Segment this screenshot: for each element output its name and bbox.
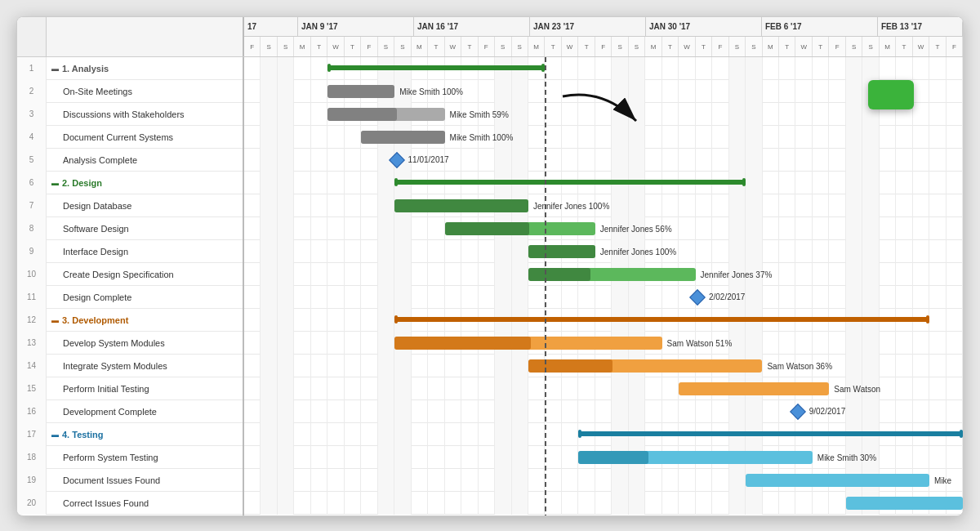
row-number: 11 bbox=[17, 286, 47, 309]
timeline-cell bbox=[361, 446, 377, 469]
day-cell: S bbox=[612, 37, 628, 56]
timeline-cell bbox=[612, 57, 628, 80]
timeline-cell bbox=[896, 240, 912, 263]
task-bar: Jennifer Jones 100% bbox=[394, 199, 528, 212]
timeline-cell bbox=[779, 217, 795, 240]
row-number: 15 bbox=[17, 377, 47, 400]
timeline-cell bbox=[612, 492, 628, 515]
timeline-cell bbox=[311, 446, 327, 469]
timeline-cell bbox=[578, 400, 595, 423]
timeline-cell bbox=[712, 217, 728, 240]
timeline-cell bbox=[445, 377, 461, 400]
cta-button[interactable] bbox=[868, 80, 914, 109]
timeline-cell bbox=[862, 57, 879, 80]
row-task-name: Design Database bbox=[47, 194, 243, 217]
timeline-cell bbox=[795, 126, 812, 149]
timeline-cell bbox=[763, 194, 779, 217]
timeline-cell bbox=[929, 194, 946, 217]
timeline-cell bbox=[696, 126, 712, 149]
row-task-name: Interface Design bbox=[47, 240, 243, 263]
task-row: 9Interface Design bbox=[17, 240, 243, 263]
group-expand-icon[interactable]: ▬ bbox=[51, 431, 59, 439]
timeline-cell bbox=[645, 469, 662, 492]
timeline-cell bbox=[696, 469, 712, 492]
row-number: 4 bbox=[17, 126, 47, 149]
timeline-cell bbox=[562, 423, 578, 446]
timeline-cell bbox=[846, 172, 862, 194]
timeline-cell bbox=[394, 400, 411, 423]
timeline-cell bbox=[846, 240, 862, 263]
timeline-cell bbox=[862, 172, 879, 194]
timeline-cell bbox=[495, 423, 511, 446]
group-expand-icon[interactable]: ▬ bbox=[51, 65, 59, 73]
timeline-cell bbox=[361, 400, 377, 423]
timeline-cell bbox=[545, 400, 561, 423]
timeline-cell bbox=[779, 80, 795, 103]
timeline-cell bbox=[862, 126, 879, 149]
timeline-cell bbox=[512, 423, 528, 446]
timeline-cell bbox=[261, 240, 277, 263]
timeline-cell bbox=[679, 103, 695, 126]
timeline-cell bbox=[244, 103, 261, 126]
timeline-cell bbox=[947, 57, 963, 80]
day-cell: W bbox=[327, 37, 344, 56]
timeline-cell bbox=[244, 80, 261, 103]
timeline-cell bbox=[428, 492, 444, 515]
row-task-name: ▬3. Development bbox=[47, 309, 243, 332]
day-cell: S bbox=[278, 37, 294, 56]
timeline-cell bbox=[612, 377, 628, 400]
timeline-cell bbox=[361, 240, 377, 263]
timeline-cell bbox=[545, 149, 561, 172]
task-row: 7Design Database bbox=[17, 194, 243, 217]
bar-fill bbox=[361, 131, 444, 144]
timeline-cell bbox=[729, 400, 746, 423]
timeline-cell bbox=[244, 149, 261, 172]
timeline-cell bbox=[394, 355, 411, 377]
col-all-header bbox=[17, 17, 47, 56]
timeline-cell bbox=[394, 423, 411, 446]
timeline-cell bbox=[929, 377, 946, 400]
timeline-cell bbox=[813, 240, 829, 263]
day-cell: T bbox=[428, 37, 444, 56]
timeline-cell bbox=[311, 309, 327, 332]
row-task-name: Develop System Modules bbox=[47, 332, 243, 355]
timeline-cell bbox=[929, 332, 946, 355]
task-bar: Mike Smith 100% bbox=[361, 131, 444, 144]
day-cell: T bbox=[545, 37, 561, 56]
group-bar bbox=[327, 65, 545, 70]
timeline-cell bbox=[378, 263, 394, 286]
timeline-cell bbox=[412, 446, 428, 469]
timeline-cell bbox=[947, 309, 963, 332]
timeline-cell bbox=[528, 492, 545, 515]
timeline-cell bbox=[345, 355, 361, 377]
timeline-cell bbox=[479, 377, 495, 400]
timeline-cell bbox=[763, 400, 779, 423]
timeline-cell bbox=[880, 332, 896, 355]
timeline-cell bbox=[595, 57, 612, 80]
timeline-cell bbox=[528, 446, 545, 469]
timeline-cell bbox=[311, 149, 327, 172]
timeline-cell bbox=[947, 240, 963, 263]
timeline-cell bbox=[512, 400, 528, 423]
timeline-cell bbox=[327, 355, 344, 377]
timeline-cell bbox=[896, 377, 912, 400]
task-row: 4Document Current Systems bbox=[17, 126, 243, 149]
row-number: 1 bbox=[17, 57, 47, 80]
timeline-cell bbox=[311, 80, 327, 103]
gantt-container: 17JAN 9 '17JAN 16 '17JAN 23 '17JAN 30 '1… bbox=[16, 16, 964, 516]
timeline-cell bbox=[345, 240, 361, 263]
timeline-cell bbox=[311, 217, 327, 240]
timeline-cell bbox=[495, 286, 511, 309]
timeline-cell bbox=[412, 377, 428, 400]
timeline-cell bbox=[445, 355, 461, 377]
timeline-cell bbox=[846, 263, 862, 286]
timeline-cell bbox=[746, 57, 762, 80]
timeline-cell bbox=[412, 263, 428, 286]
bar-label: Jennifer Jones 37% bbox=[701, 270, 773, 279]
timeline-cell bbox=[327, 149, 344, 172]
row-task-name: ▬1. Analysis bbox=[47, 57, 243, 80]
group-expand-icon[interactable]: ▬ bbox=[51, 316, 59, 324]
group-expand-icon[interactable]: ▬ bbox=[51, 179, 59, 187]
timeline-cell bbox=[947, 355, 963, 377]
day-cell: S bbox=[512, 37, 528, 56]
